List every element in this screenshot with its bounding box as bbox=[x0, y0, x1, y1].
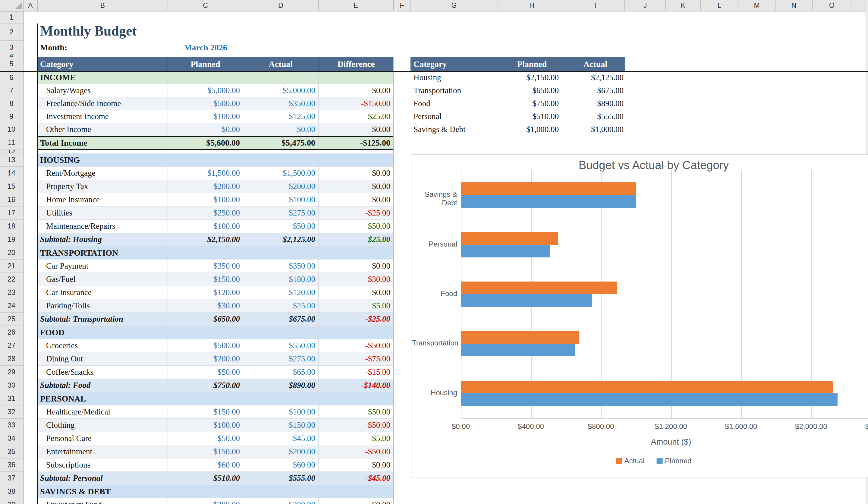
cell-planned[interactable] bbox=[168, 246, 243, 259]
cell-planned[interactable]: $100.00 bbox=[168, 220, 243, 233]
cell-planned[interactable]: $200.00 bbox=[168, 352, 243, 366]
cell-actual[interactable]: $555.00 bbox=[243, 472, 319, 485]
summary-cell-actual[interactable]: $555.00 bbox=[566, 110, 625, 123]
row-header-22[interactable]: 22 bbox=[0, 273, 23, 286]
cell-actual[interactable] bbox=[243, 153, 319, 167]
cell-category[interactable]: SAVINGS & DEBT bbox=[38, 485, 168, 498]
summary-header-planned[interactable]: Planned bbox=[498, 57, 566, 71]
cell-category[interactable]: TRANSPORTATION bbox=[38, 246, 168, 259]
cell-planned[interactable] bbox=[168, 326, 243, 339]
cell-planned[interactable]: $150.00 bbox=[168, 445, 243, 459]
bar-planned-food[interactable] bbox=[461, 294, 592, 307]
cell-actual[interactable]: $5,000.00 bbox=[243, 84, 319, 97]
cell-category[interactable]: Coffee/Snacks bbox=[38, 366, 168, 379]
cell-category[interactable]: Car Payment bbox=[38, 259, 168, 273]
row-header-5[interactable]: 5 bbox=[0, 57, 23, 71]
row-header-29[interactable]: 29 bbox=[0, 366, 23, 379]
cell-category[interactable]: Other Income bbox=[38, 123, 168, 136]
cell-difference[interactable]: $0.00 bbox=[319, 459, 394, 472]
row-header-14[interactable]: 14 bbox=[0, 167, 23, 180]
legend-item-planned[interactable]: Planned bbox=[657, 457, 691, 465]
column-header-C[interactable]: C bbox=[168, 0, 243, 11]
cell-category[interactable]: FOOD bbox=[38, 326, 168, 339]
cell-actual[interactable]: $200.00 bbox=[243, 180, 319, 193]
row-header-17[interactable]: 17 bbox=[0, 206, 23, 220]
bar-actual-savings-debt[interactable] bbox=[461, 182, 636, 195]
cell-planned[interactable]: $250.00 bbox=[168, 206, 243, 220]
cell-category[interactable]: INCOME bbox=[38, 71, 168, 84]
cell-difference[interactable]: $5.00 bbox=[319, 432, 394, 445]
cell-planned[interactable]: $500.00 bbox=[168, 97, 243, 110]
summary-cell-planned[interactable]: $750.00 bbox=[498, 97, 566, 110]
summary-cell-category[interactable]: Savings & Debt bbox=[411, 123, 498, 136]
row-header-19[interactable]: 19 bbox=[0, 233, 23, 246]
cell-category[interactable]: Salary/Wages bbox=[38, 84, 168, 97]
cell-difference[interactable] bbox=[319, 71, 394, 84]
cell-actual[interactable]: $1,500.00 bbox=[243, 167, 319, 180]
cell-planned[interactable] bbox=[168, 485, 243, 498]
cell-actual[interactable]: $100.00 bbox=[243, 405, 319, 419]
column-header-I[interactable]: I bbox=[566, 0, 625, 11]
cell-planned[interactable]: $5,000.00 bbox=[168, 84, 243, 97]
summary-cell-planned[interactable]: $650.00 bbox=[498, 84, 566, 97]
column-header-G[interactable]: G bbox=[411, 0, 498, 11]
summary-cell-actual[interactable]: $890.00 bbox=[566, 97, 625, 110]
summary-cell-planned[interactable]: $2,150.00 bbox=[498, 71, 566, 84]
row-header-15[interactable]: 15 bbox=[0, 180, 23, 193]
cell-difference[interactable] bbox=[319, 246, 394, 259]
cell-difference[interactable]: -$125.00 bbox=[319, 137, 394, 149]
cell-category[interactable]: Investment Income bbox=[38, 110, 168, 123]
header-category[interactable]: Category bbox=[38, 57, 168, 71]
cell-category[interactable]: Personal Care bbox=[38, 432, 168, 445]
cell-difference[interactable] bbox=[319, 326, 394, 339]
cell-planned[interactable]: $0.00 bbox=[168, 123, 243, 136]
summary-cell-actual[interactable]: $2,125.00 bbox=[566, 71, 625, 84]
cell-difference[interactable]: -$150.00 bbox=[319, 97, 394, 110]
cell-actual[interactable] bbox=[243, 246, 319, 259]
select-all-corner[interactable] bbox=[0, 0, 23, 11]
cell-planned[interactable]: $350.00 bbox=[168, 259, 243, 273]
cell-difference[interactable] bbox=[319, 153, 394, 167]
bar-actual-housing[interactable] bbox=[461, 381, 833, 393]
row-header-28[interactable]: 28 bbox=[0, 352, 23, 366]
bar-actual-transportation[interactable] bbox=[461, 331, 579, 344]
bar-planned-savings-debt[interactable] bbox=[461, 195, 636, 208]
column-header-M[interactable]: M bbox=[738, 0, 775, 11]
cell-difference[interactable]: -$50.00 bbox=[319, 445, 394, 459]
row-header-20[interactable]: 20 bbox=[0, 246, 23, 259]
cell-actual[interactable]: $125.00 bbox=[243, 110, 319, 123]
cell-actual[interactable]: $350.00 bbox=[243, 259, 319, 273]
cell-category[interactable]: Property Tax bbox=[38, 180, 168, 193]
cell-category[interactable]: Healthcare/Medical bbox=[38, 405, 168, 419]
cell-category[interactable]: Subscriptions bbox=[38, 459, 168, 472]
cell-category[interactable]: Rent/Mortgage bbox=[38, 167, 168, 180]
column-header-H[interactable]: H bbox=[498, 0, 566, 11]
cell-planned[interactable]: $750.00 bbox=[168, 379, 243, 392]
cell-planned[interactable]: $1,500.00 bbox=[168, 167, 243, 180]
summary-cell-category[interactable]: Personal bbox=[411, 110, 498, 123]
cell-actual[interactable]: $25.00 bbox=[243, 299, 319, 312]
cell-difference[interactable]: $25.00 bbox=[319, 233, 394, 246]
summary-header-category[interactable]: Category bbox=[411, 57, 498, 71]
cell-difference[interactable]: $50.00 bbox=[319, 405, 394, 419]
cell-planned[interactable]: $510.00 bbox=[168, 472, 243, 485]
cell-planned[interactable]: $650.00 bbox=[168, 312, 243, 326]
row-header-11[interactable]: 11 bbox=[0, 136, 23, 150]
row-header-30[interactable]: 30 bbox=[0, 379, 23, 392]
row-header-39[interactable]: 39 bbox=[0, 498, 23, 504]
row-header-33[interactable]: 33 bbox=[0, 419, 23, 432]
row-header-9[interactable]: 9 bbox=[0, 110, 23, 123]
cell-planned[interactable]: $100.00 bbox=[168, 110, 243, 123]
summary-cell-category[interactable]: Housing bbox=[411, 71, 498, 84]
cell-actual[interactable]: $5,475.00 bbox=[243, 137, 319, 149]
cell-difference[interactable]: -$50.00 bbox=[319, 419, 394, 432]
row-header-35[interactable]: 35 bbox=[0, 445, 23, 459]
row-header-12[interactable]: 12 bbox=[0, 150, 23, 153]
row-header-3[interactable]: 3 bbox=[0, 41, 23, 54]
cell-actual[interactable]: $60.00 bbox=[243, 459, 319, 472]
legend-item-actual[interactable]: Actual bbox=[616, 457, 645, 465]
cell-planned[interactable]: $2,150.00 bbox=[168, 233, 243, 246]
cell-category[interactable]: Parking/Tolls bbox=[38, 299, 168, 312]
column-header-E[interactable]: E bbox=[319, 0, 394, 11]
cell-category[interactable]: Total Income bbox=[38, 137, 168, 149]
